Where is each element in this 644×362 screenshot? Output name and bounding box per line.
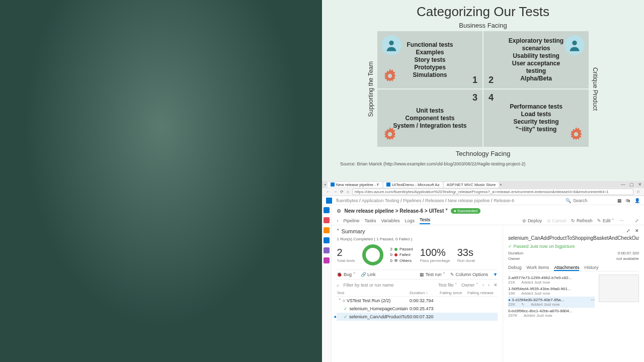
browser-tab[interactable]: ASP.NET MVC Music Store xyxy=(444,182,499,188)
boards-icon[interactable] xyxy=(324,217,330,223)
tab-debug[interactable]: Debug xyxy=(508,265,522,271)
details-title: selenium_CanAddProductToShoppingBasketAn… xyxy=(508,235,639,241)
refresh-button[interactable]: ⟳ xyxy=(340,190,344,194)
attachment-preview[interactable] xyxy=(599,275,639,302)
quadrant-number: 3 xyxy=(472,93,477,103)
maximize-button[interactable]: ▢ xyxy=(629,182,634,187)
gear-icon xyxy=(381,126,398,143)
expand-icon[interactable]: ⤢ xyxy=(626,228,630,233)
filter-icon[interactable]: ▼ xyxy=(493,272,498,277)
attachment-row[interactable]: 0-bd3f96cc-8bc1-42bb-a670-8804... 297KAd… xyxy=(508,308,595,319)
close-icon[interactable]: ✕ xyxy=(635,228,639,233)
legend: 2Passed 0Failed 0Others xyxy=(390,246,413,263)
shopping-icon[interactable]: 🛍 xyxy=(626,198,630,203)
link-button[interactable]: 🔗 Link xyxy=(361,272,376,277)
azure-devops-logo-icon[interactable] xyxy=(326,198,332,204)
azdo-header: fluentbytes / Application Testing / Pipe… xyxy=(322,196,644,205)
slide-title: Categorizing Our Tests xyxy=(332,4,634,20)
pipeline-header: ⚙ New release pipeline > Release-6 > UIT… xyxy=(332,205,644,216)
repos-icon[interactable] xyxy=(324,227,330,233)
filter-icon: ⌕ xyxy=(337,283,339,288)
refresh-button[interactable]: ↻ Refresh xyxy=(571,218,592,223)
artifacts-icon[interactable] xyxy=(324,257,330,263)
tab-variables[interactable]: Variables xyxy=(381,218,400,223)
tab-attachments[interactable]: Attachments xyxy=(554,265,579,271)
new-tab-button[interactable]: + xyxy=(324,183,327,187)
search-input[interactable] xyxy=(573,198,613,203)
gear-icon xyxy=(568,126,585,143)
new-tab-button[interactable]: + xyxy=(500,183,502,187)
tab-history[interactable]: History xyxy=(584,265,598,271)
overview-icon[interactable] xyxy=(324,207,330,213)
browser-tab[interactable]: New release pipeline - F xyxy=(328,182,382,188)
axis-right-label: Critique Product xyxy=(589,67,602,111)
attachment-row[interactable]: 2-a9577e73-1299-4962-b7e9-c82... 21KAdde… xyxy=(508,275,595,286)
clear-button[interactable]: ✕ xyxy=(494,283,498,288)
cursor-icon: ↖ xyxy=(521,302,525,307)
quadrant-number: 4 xyxy=(489,93,494,103)
prev-button[interactable]: ‹ xyxy=(482,283,484,288)
quadrant-2: Exploratory testing scenarios Usability … xyxy=(484,31,589,88)
selected-dot-icon: ● xyxy=(508,298,511,302)
axis-bottom-label: Technology Facing xyxy=(332,150,634,157)
bug-button[interactable]: 🐞 Bug ˅ xyxy=(337,272,355,277)
back-button[interactable]: ← xyxy=(326,190,330,194)
pipelines-icon[interactable] xyxy=(324,237,330,243)
table-header: Test Duration ↓ Failing since Failing re… xyxy=(337,290,498,297)
axis-left-label: Supporting the Team xyxy=(364,61,377,117)
close-button[interactable]: ✕ xyxy=(638,182,642,187)
group-owner[interactable]: Owner ˅ xyxy=(461,283,478,288)
tab-tests[interactable]: Tests xyxy=(420,217,430,224)
user-avatar[interactable]: 👤 xyxy=(634,198,640,203)
tab-workitems[interactable]: Work items xyxy=(527,265,549,271)
slide: Categorizing Our Tests Business Facing S… xyxy=(322,0,644,181)
source-citation: Source: Brian Marick (http://www.example… xyxy=(340,161,634,166)
more-icon[interactable]: ⋯ xyxy=(591,298,595,302)
quadrant-4: Performance tests Load tests Security te… xyxy=(484,89,589,147)
table-row[interactable]: ˅ ○ VSTest Test Run (2/2) 0:00:32.794 xyxy=(337,297,498,305)
group-testfile[interactable]: Test file ˅ xyxy=(438,283,457,288)
table-row-selected[interactable]: ● ✓selenium_CanAddProductToS 0:00:07.320 xyxy=(337,313,498,321)
quadrant-3: Unit tests Component tests System / Inte… xyxy=(377,89,482,147)
chevron-left-icon[interactable]: ‹ xyxy=(337,218,338,223)
favorite-icon[interactable]: ☆ xyxy=(636,190,640,194)
pass-icon: ✓ xyxy=(344,314,348,319)
tab-pipeline[interactable]: Pipeline xyxy=(343,218,359,223)
search-box[interactable]: 🔍 xyxy=(566,198,613,203)
details-panel: ⤢ ✕ selenium_CanAddProductToShoppingBask… xyxy=(503,225,644,362)
url-input[interactable]: https://dev.azure.com/fluentbytes/Applic… xyxy=(352,189,633,195)
attachment-row-selected[interactable]: ● 3-d15f4e00-8275-40e7-85a... ⋯ 22K↖Adde… xyxy=(508,297,595,308)
more-button[interactable]: ⋯ xyxy=(619,218,624,223)
browser-tab[interactable]: UITestDemo - Microsoft Az xyxy=(383,182,443,188)
metric-total: 2 Total tests xyxy=(337,247,355,263)
face-icon xyxy=(381,35,401,55)
attachment-row[interactable]: 1-56f54ed4-9535-43be-99a0-901... 19KAdde… xyxy=(508,286,595,297)
minimize-button[interactable]: — xyxy=(621,182,625,187)
grid-icon[interactable]: ▦ xyxy=(617,198,622,203)
table-row[interactable]: ✓selenium_HomepageContain 0:00:25.473 xyxy=(337,305,498,313)
quadrant-number: 2 xyxy=(489,75,494,85)
quadrant-grid: Functional tests Examples Story tests Pr… xyxy=(377,31,589,147)
axis-top-label: Business Facing xyxy=(332,22,634,29)
edit-button[interactable]: ✎ Edit ˅ xyxy=(597,218,614,223)
azure-icon xyxy=(386,183,390,187)
column-options-button[interactable]: ✎ Column Options xyxy=(450,272,488,277)
azdo-sidebar xyxy=(322,205,332,362)
expand-icon[interactable]: ⤢ xyxy=(635,218,639,223)
next-button[interactable]: › xyxy=(488,283,490,288)
quadrant-number: 1 xyxy=(472,75,477,85)
donut-chart xyxy=(362,244,383,265)
tab-logs[interactable]: Logs xyxy=(405,218,415,223)
deploy-button[interactable]: ⊘ Deploy xyxy=(522,218,542,223)
home-button[interactable]: ⌂ xyxy=(347,190,349,194)
cancel-button[interactable]: ⊘ Cancel xyxy=(547,218,567,223)
pipeline-path[interactable]: New release pipeline > Release-6 > UITes… xyxy=(344,208,448,214)
testplans-icon[interactable] xyxy=(324,247,330,253)
forward-button[interactable]: → xyxy=(333,190,337,194)
svg-point-2 xyxy=(572,41,577,45)
summary-subtitle: 1 Run(s) Completed ( 1 Passed, 0 Failed … xyxy=(337,237,498,241)
testrun-dropdown[interactable]: ▦ Test run ˅ xyxy=(420,272,445,277)
tab-tasks[interactable]: Tasks xyxy=(365,218,376,223)
details-tabs: Debug Work items Attachments History xyxy=(508,265,639,272)
filter-input[interactable]: Filter by test or run name xyxy=(343,283,434,288)
